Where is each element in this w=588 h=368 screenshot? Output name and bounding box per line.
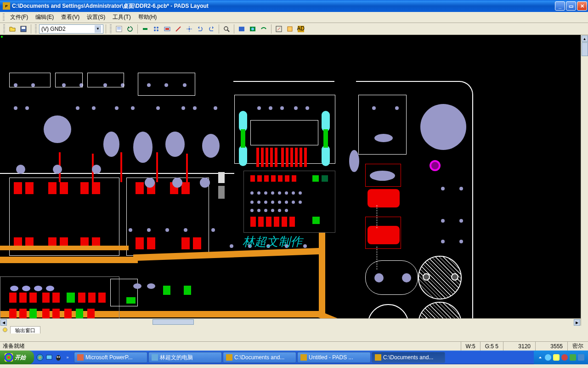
toolbar: (V) GND2 ▼ PADS <box>0 23 588 35</box>
silkscreen-line <box>0 173 234 174</box>
scroll-thumb-vertical[interactable] <box>582 42 588 56</box>
pad <box>370 171 395 181</box>
svg-rect-29 <box>46 355 52 359</box>
svg-point-32 <box>59 356 60 358</box>
start-button[interactable]: 开始 <box>0 351 34 364</box>
app-icon: P <box>3 2 10 10</box>
taskbar-button[interactable]: C:\Documents and... <box>372 352 445 363</box>
computer-icon <box>152 354 158 361</box>
component-ic <box>218 172 225 183</box>
redo-button[interactable] <box>206 24 216 34</box>
tray-icon[interactable] <box>553 354 560 361</box>
pad <box>202 134 220 158</box>
ie-icon[interactable]: e <box>36 353 44 362</box>
status-message: 准备就绪 <box>0 342 461 350</box>
board-outline <box>472 201 473 326</box>
tool-button-5[interactable] <box>184 24 194 34</box>
tool-button-7[interactable] <box>248 24 258 34</box>
component-cap <box>322 111 330 132</box>
svg-point-22 <box>251 28 254 30</box>
taskbar-button[interactable]: Microsoft PowerP... <box>74 352 147 363</box>
tool-button-6[interactable] <box>237 24 247 34</box>
menu-setup[interactable]: 设置(S) <box>83 12 109 23</box>
pad <box>374 273 384 282</box>
output-window-tab[interactable]: 输出窗口 <box>10 326 40 334</box>
qq-icon[interactable] <box>54 353 62 362</box>
scroll-up-arrow-icon[interactable]: ▲ <box>582 35 588 42</box>
tray-icon[interactable] <box>570 354 576 361</box>
taskbar-button[interactable]: 林超文的电脑 <box>148 352 222 363</box>
tool-button-1[interactable] <box>140 24 150 34</box>
component-green <box>126 297 136 304</box>
output-tabstrip: 输出窗口 <box>0 326 581 334</box>
svg-point-7 <box>157 27 158 29</box>
vertical-scrollbar[interactable]: ▲ <box>581 35 588 326</box>
scroll-thumb-horizontal[interactable] <box>153 319 194 325</box>
trace-power <box>0 246 129 250</box>
pad <box>133 132 153 163</box>
menu-help[interactable]: 帮助(H) <box>135 12 161 23</box>
svg-point-18 <box>224 27 228 30</box>
refresh-button[interactable] <box>125 24 135 34</box>
scroll-track[interactable] <box>7 319 573 326</box>
taskbar-button[interactable]: Untitled - PADS ... <box>297 352 371 363</box>
menu-file[interactable]: 文件(F) <box>6 12 32 23</box>
menu-edit[interactable]: 编辑(E) <box>32 12 57 23</box>
board-outline <box>233 81 334 82</box>
component-outline <box>87 73 124 87</box>
trace-green <box>323 129 328 148</box>
horizontal-scrollbar[interactable]: ◀ ▶ <box>0 318 581 326</box>
properties-button[interactable] <box>114 24 124 34</box>
fiducial-marker <box>430 160 441 171</box>
close-button[interactable]: ✕ <box>577 1 587 11</box>
svg-point-9 <box>157 29 158 31</box>
svg-point-8 <box>154 29 156 31</box>
tool-button-9[interactable] <box>274 24 284 34</box>
menu-tools[interactable]: 工具(T) <box>109 12 134 23</box>
toolbar-grip-2[interactable] <box>35 24 37 34</box>
tray-icon[interactable] <box>561 354 568 361</box>
taskbar-button[interactable]: C:\Documents and... <box>223 352 296 363</box>
open-button[interactable] <box>7 24 17 34</box>
chevron-right-icon[interactable]: » <box>63 353 72 362</box>
pad <box>402 273 411 282</box>
tray-icon[interactable] <box>578 354 584 361</box>
menubar-grip[interactable] <box>3 13 5 22</box>
toolbar-grip-1[interactable] <box>3 24 5 34</box>
trace-power <box>0 257 138 263</box>
pads-icon <box>226 354 232 361</box>
scroll-left-arrow-icon[interactable]: ◀ <box>0 319 7 326</box>
component-outline <box>365 217 401 249</box>
desktop-icon[interactable] <box>45 353 53 362</box>
layer-select[interactable]: (V) GND2 ▼ <box>39 24 103 34</box>
start-label: 开始 <box>15 354 26 362</box>
title-bar: P C:\Documents and Settings\Administrato… <box>0 0 588 12</box>
tool-button-3[interactable] <box>162 24 172 34</box>
menu-view[interactable]: 查看(V) <box>57 12 83 23</box>
minimize-button[interactable]: _ <box>555 1 565 11</box>
tool-button-4[interactable] <box>173 24 183 34</box>
undo-button[interactable] <box>195 24 205 34</box>
tool-button-8[interactable] <box>259 24 269 34</box>
toolbar-grip-3[interactable] <box>110 24 112 34</box>
router-button[interactable]: PADS <box>296 24 306 34</box>
svg-point-6 <box>154 27 156 29</box>
maximize-button[interactable]: ▭ <box>566 1 576 11</box>
svg-rect-24 <box>288 27 292 31</box>
svg-point-13 <box>188 28 190 30</box>
status-bar: 准备就绪 W:5 G:5 5 3120 3555 密尔 <box>0 341 588 351</box>
tool-button-2[interactable] <box>151 24 161 34</box>
zoom-button[interactable] <box>221 24 232 34</box>
save-button[interactable] <box>18 24 28 34</box>
scroll-right-arrow-icon[interactable]: ▶ <box>574 319 580 326</box>
svg-text:e: e <box>39 354 42 361</box>
system-tray[interactable] <box>534 351 588 364</box>
tool-button-10[interactable] <box>285 24 295 34</box>
window-title: C:\Documents and Settings\Administrator\… <box>12 2 555 10</box>
component-green <box>184 286 191 295</box>
design-area: 林超文制作 ▲ 输出窗口 ◀ ▶ <box>0 35 588 341</box>
pad <box>103 132 119 157</box>
pcb-canvas[interactable]: 林超文制作 <box>0 35 581 326</box>
tray-chevron-icon[interactable] <box>537 355 543 360</box>
tray-icon[interactable] <box>545 354 551 361</box>
